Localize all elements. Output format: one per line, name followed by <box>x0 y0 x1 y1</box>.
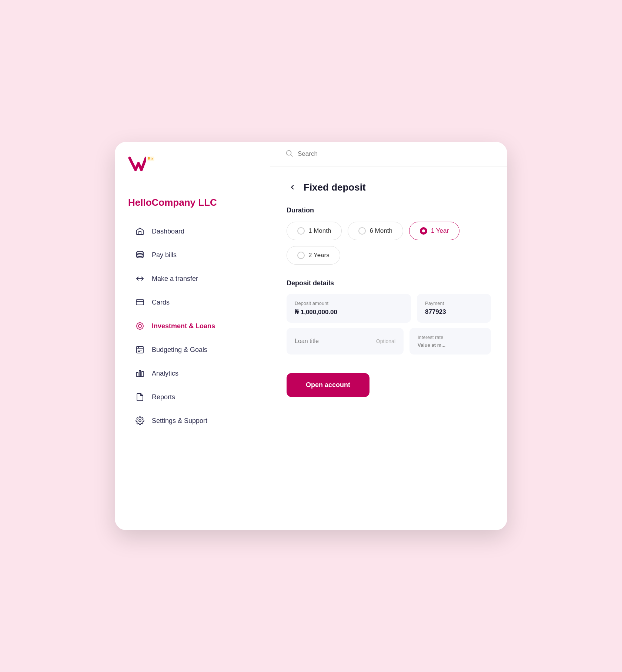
sidebar-item-pay-bills[interactable]: Pay bills <box>128 244 257 266</box>
deposit-details-label: Deposit details <box>287 279 491 287</box>
sidebar-item-budgeting[interactable]: Budgeting & Goals <box>128 339 257 361</box>
payment-field: Payment 877923 <box>417 294 491 323</box>
sidebar-item-label: Make a transfer <box>152 275 198 283</box>
sidebar-item-label: Cards <box>152 299 170 306</box>
company-name: HelloCompany LLC <box>128 197 257 208</box>
loan-title-input[interactable] <box>295 338 376 345</box>
home-icon <box>135 226 145 236</box>
sidebar-item-label: Dashboard <box>152 228 184 235</box>
loan-title-row: Optional Interest rate Value at m... <box>287 328 491 355</box>
duration-6month-label: 6 Month <box>369 227 392 235</box>
radio-1year-inner <box>422 229 425 232</box>
logo-letter <box>128 157 146 173</box>
radio-1year <box>420 227 427 235</box>
deposit-amount-label: Deposit amount <box>295 300 403 306</box>
database-icon <box>135 250 145 260</box>
sidebar-item-label: Analytics <box>152 370 178 377</box>
sidebar-item-label: Pay bills <box>152 251 177 259</box>
settings-icon <box>135 416 145 426</box>
payment-label: Payment <box>425 300 483 306</box>
deposit-row: Deposit amount ₦ 1,000,000.00 Payment 87… <box>287 294 491 323</box>
radio-6month <box>358 227 366 235</box>
svg-line-13 <box>291 155 292 157</box>
sidebar-item-label: Budgeting & Goals <box>152 346 207 354</box>
svg-rect-2 <box>136 300 144 305</box>
interest-rate-label: Interest rate <box>418 335 483 340</box>
sidebar-item-analytics[interactable]: Analytics <box>128 362 257 384</box>
duration-section: Duration 1 Month 6 Month 1 Yea <box>287 206 491 265</box>
svg-point-5 <box>138 325 141 327</box>
logo-area: Biz <box>128 157 257 173</box>
duration-2years[interactable]: 2 Years <box>287 246 340 265</box>
duration-6month[interactable]: 6 Month <box>348 222 403 240</box>
page-content: Fixed deposit Duration 1 Month 6 Month <box>270 167 507 530</box>
sidebar-item-label: Investment & Loans <box>152 322 215 330</box>
main-content: Fixed deposit Duration 1 Month 6 Month <box>270 142 507 530</box>
duration-1month[interactable]: 1 Month <box>287 222 342 240</box>
sidebar-item-label: Reports <box>152 393 175 401</box>
duration-label: Duration <box>287 206 491 214</box>
svg-point-11 <box>139 420 141 422</box>
optional-tag: Optional <box>376 338 395 344</box>
nav-items: Dashboard Pay bills <box>128 220 257 432</box>
search-icon <box>285 149 293 159</box>
open-account-button[interactable]: Open account <box>287 373 369 397</box>
investment-icon <box>135 321 145 331</box>
svg-rect-6 <box>137 346 143 353</box>
sidebar-item-reports[interactable]: Reports <box>128 386 257 408</box>
deposit-amount-field: Deposit amount ₦ 1,000,000.00 <box>287 294 411 323</box>
budget-icon <box>135 345 145 355</box>
interest-rate-field: Interest rate Value at m... <box>409 328 491 355</box>
analytics-icon <box>135 368 145 379</box>
duration-2years-label: 2 Years <box>308 252 330 259</box>
sidebar-item-investments[interactable]: Investment & Loans <box>128 315 257 337</box>
deposit-amount-value: ₦ 1,000,000.00 <box>295 308 403 316</box>
payment-value: 877923 <box>425 308 483 316</box>
page-header: Fixed deposit <box>287 181 491 193</box>
sidebar-item-settings[interactable]: Settings & Support <box>128 410 257 432</box>
back-button[interactable] <box>287 181 298 193</box>
sidebar-item-label: Settings & Support <box>152 417 207 425</box>
svg-point-4 <box>137 323 143 329</box>
sidebar-item-cards[interactable]: Cards <box>128 291 257 313</box>
reports-icon <box>135 392 145 402</box>
duration-1year-label: 1 Year <box>431 227 449 235</box>
transfer-icon <box>135 273 145 284</box>
duration-group: 1 Month 6 Month 1 Year 2 Yea <box>287 222 491 265</box>
svg-point-0 <box>137 251 143 253</box>
sidebar: Biz HelloCompany LLC Dashboard <box>115 142 270 530</box>
sidebar-item-dashboard[interactable]: Dashboard <box>128 220 257 242</box>
deposit-details-section: Deposit details Deposit amount ₦ 1,000,0… <box>287 279 491 355</box>
search-bar <box>270 142 507 167</box>
duration-1year[interactable]: 1 Year <box>409 222 459 240</box>
svg-point-12 <box>287 151 291 155</box>
duration-1month-label: 1 Month <box>308 227 331 235</box>
value-at-maturity: Value at m... <box>418 342 483 348</box>
sidebar-item-transfer[interactable]: Make a transfer <box>128 268 257 290</box>
logo-biz-badge: Biz <box>147 157 154 161</box>
page-title: Fixed deposit <box>304 182 366 193</box>
radio-2years <box>297 252 305 259</box>
card-icon <box>135 297 145 308</box>
loan-title-field[interactable]: Optional <box>287 328 404 355</box>
radio-1month <box>297 227 305 235</box>
search-input[interactable] <box>298 150 492 158</box>
app-container: Biz HelloCompany LLC Dashboard <box>115 142 507 530</box>
